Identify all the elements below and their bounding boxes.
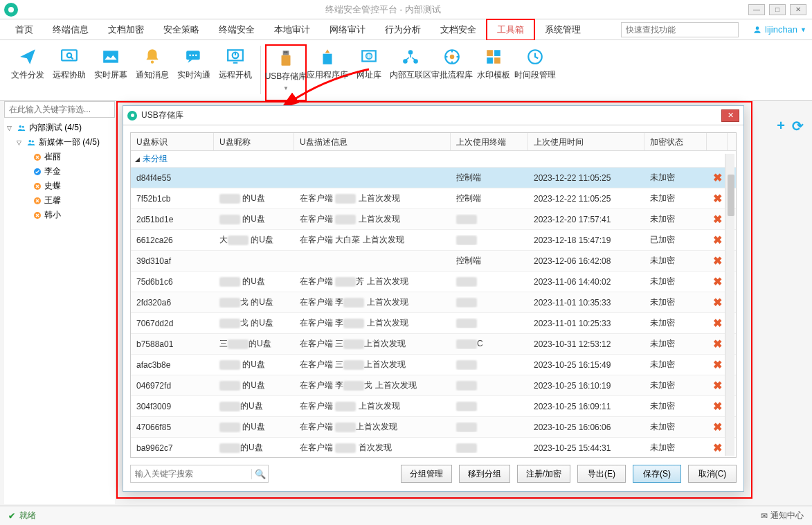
ribbon-label: 远程开机: [219, 69, 252, 81]
tree-user[interactable]: 王馨: [4, 193, 115, 208]
ribbon-usb[interactable]: USB存储库▼: [265, 44, 307, 101]
group-manage-button[interactable]: 分组管理: [401, 465, 452, 483]
table-row[interactable]: 47066f85 的U盘在客户端 上首次发现2023-10-25 16:06:0…: [131, 417, 736, 438]
quick-search-input[interactable]: [621, 22, 739, 37]
table-row[interactable]: 6612ca26大 的U盘在客户端 大白菜 上首次发现2023-12-18 15…: [131, 230, 736, 251]
table-row[interactable]: 2fd320a6戈 的U盘在客户端 李 上首次发现2023-11-01 10:3…: [131, 292, 736, 313]
tree-filter-input[interactable]: [4, 101, 115, 118]
ribbon-monitor-search[interactable]: 远程协助: [48, 44, 90, 84]
table-row[interactable]: 2d51bd1e 的U盘在客户端 上首次发现2023-12-20 17:57:4…: [131, 209, 736, 230]
menu-item-4[interactable]: 终端安全: [209, 20, 264, 39]
column-header[interactable]: 上次使用时间: [528, 133, 644, 150]
add-button[interactable]: +: [777, 118, 785, 134]
cell-terminal: 控制端: [451, 255, 528, 267]
ribbon-bell[interactable]: 通知消息: [132, 44, 173, 84]
ribbon-globe[interactable]: 网址库: [348, 44, 390, 84]
table-row[interactable]: 7f52b1cb 的U盘在客户端 上首次发现控制端2023-12-22 11:0…: [131, 188, 736, 209]
table-row[interactable]: 75d6b1c6 的U盘在客户端 芳 上首次发现2023-11-06 14:40…: [131, 272, 736, 292]
menu-item-8[interactable]: 文档安全: [431, 20, 486, 39]
table-body[interactable]: ◢未分组d84f4e55控制端2023-12-22 11:05:25未加密✖7f…: [131, 151, 736, 457]
table-row[interactable]: 046972fd 的U盘在客户端 李戈 上首次发现2023-10-25 16:1…: [131, 375, 736, 396]
chevron-down-icon: ▼: [800, 26, 806, 33]
menu-item-5[interactable]: 本地审计: [264, 20, 320, 39]
ribbon-watermark[interactable]: 水印模板: [473, 44, 514, 84]
cell-encryption: 未加密: [644, 317, 707, 329]
maximize-button[interactable]: □: [769, 4, 786, 15]
move-to-group-button[interactable]: 移到分组: [459, 465, 510, 483]
tree-user[interactable]: 李金: [4, 164, 115, 179]
cell-terminal: [451, 214, 528, 224]
ribbon-network[interactable]: 内部互联区: [390, 44, 431, 84]
menu-bar: 首页终端信息文档加密安全策略终端安全本地审计网络审计行为分析文档安全工具箱系统管…: [0, 19, 812, 40]
table-row[interactable]: afac3b8e 的U盘在客户端 三上首次发现2023-10-25 16:15:…: [131, 355, 736, 375]
menu-item-3[interactable]: 安全策略: [154, 20, 209, 39]
minimize-button[interactable]: —: [748, 4, 765, 15]
envelope-icon: ✉: [761, 511, 768, 521]
dialog-icon: [127, 111, 137, 121]
ribbon-paper-plane[interactable]: 文件分发: [7, 44, 48, 84]
menu-item-6[interactable]: 网络审计: [320, 20, 375, 39]
ribbon-approval[interactable]: 审批流程库: [431, 44, 473, 84]
svg-point-21: [368, 53, 370, 60]
cell-encryption: 未加密: [644, 359, 707, 371]
ribbon-clock[interactable]: 时间段管理: [514, 44, 556, 84]
left-tree-panel: ▽内部测试 (4/5)▽新媒体一部 (4/5)崔丽李金史蝶王馨韩小: [4, 101, 115, 504]
tree-group[interactable]: ▽新媒体一部 (4/5): [4, 135, 115, 150]
cell-time: 2023-12-06 16:42:08: [528, 256, 644, 266]
svg-rect-29: [487, 57, 493, 64]
table-group-row[interactable]: ◢未分组: [131, 151, 736, 168]
table-row[interactable]: 7067dd2d戈 的U盘在客户端 李 上首次发现2023-11-01 10:2…: [131, 313, 736, 334]
register-encrypt-button[interactable]: 注册/加密: [517, 465, 570, 483]
search-icon[interactable]: 🔍: [251, 469, 268, 479]
ribbon-label: 远程协助: [53, 69, 86, 81]
ribbon-chat[interactable]: 实时沟通: [173, 44, 215, 84]
save-button[interactable]: 保存(S): [633, 465, 681, 483]
cell-time: 2023-10-25 16:15:49: [528, 360, 644, 370]
cell-description: 在客户端 上首次发现: [294, 193, 451, 204]
column-header[interactable]: 加密状态: [644, 133, 707, 150]
ribbon-image[interactable]: 实时屏幕: [90, 44, 132, 84]
cell-description: 在客户端 李 上首次发现: [294, 296, 451, 308]
svg-rect-14: [283, 51, 289, 55]
tree-user[interactable]: 崔丽: [4, 150, 115, 164]
menu-item-0[interactable]: 首页: [6, 20, 43, 39]
table-row[interactable]: b7588a01三的U盘在客户端 三上首次发现C2023-10-31 12:53…: [131, 334, 736, 355]
table-row[interactable]: d84f4e55控制端2023-12-22 11:05:25未加密✖: [131, 168, 736, 188]
cancel-button[interactable]: 取消(C): [688, 465, 737, 483]
dialog-close-button[interactable]: ✕: [721, 109, 739, 122]
user-menu[interactable]: lijinchan ▼: [752, 24, 806, 35]
status-icon: [33, 168, 42, 176]
ribbon-label: USB存储库: [265, 71, 307, 82]
app-icon: [4, 3, 18, 17]
cell-terminal: [451, 380, 528, 391]
scrollbar-thumb[interactable]: [728, 175, 734, 216]
menu-item-10[interactable]: 系统管理: [535, 20, 590, 39]
tree-user[interactable]: 韩小: [4, 208, 115, 222]
notification-center[interactable]: ✉ 通知中心: [761, 510, 804, 522]
menu-item-1[interactable]: 终端信息: [43, 20, 98, 39]
bell-icon: [141, 47, 164, 66]
menu-item-9[interactable]: 工具箱: [486, 19, 535, 41]
table-row[interactable]: 39d310af控制端2023-12-06 16:42:08未加密✖: [131, 251, 736, 272]
ribbon-power-monitor[interactable]: 远程开机: [215, 44, 256, 84]
cell-terminal: [451, 297, 528, 308]
globe-icon: [357, 47, 381, 66]
table-search-input[interactable]: [131, 469, 251, 479]
tree-user[interactable]: 史蝶: [4, 179, 115, 193]
export-button[interactable]: 导出(E): [577, 465, 626, 483]
menu-item-7[interactable]: 行为分析: [375, 20, 431, 39]
table-row[interactable]: ba9962c7的U盘在客户端 首次发现2023-10-25 15:44:31未…: [131, 438, 736, 457]
svg-rect-28: [494, 50, 500, 56]
refresh-button[interactable]: ⟳: [792, 118, 804, 134]
column-header[interactable]: U盘昵称: [214, 133, 294, 150]
column-header[interactable]: U盘描述信息: [294, 133, 451, 150]
ribbon-label: 实时沟通: [177, 69, 210, 81]
close-window-button[interactable]: ✕: [790, 4, 806, 15]
tree-root[interactable]: ▽内部测试 (4/5): [4, 121, 115, 135]
column-header[interactable]: U盘标识: [131, 133, 214, 150]
table-row[interactable]: 304f3009的U盘在客户端 上首次发现2023-10-25 16:09:11…: [131, 396, 736, 417]
image-icon: [99, 47, 123, 66]
menu-item-2[interactable]: 文档加密: [98, 20, 154, 39]
ribbon-apps[interactable]: 应用程序库: [307, 44, 348, 84]
column-header[interactable]: 上次使用终端: [451, 133, 528, 150]
